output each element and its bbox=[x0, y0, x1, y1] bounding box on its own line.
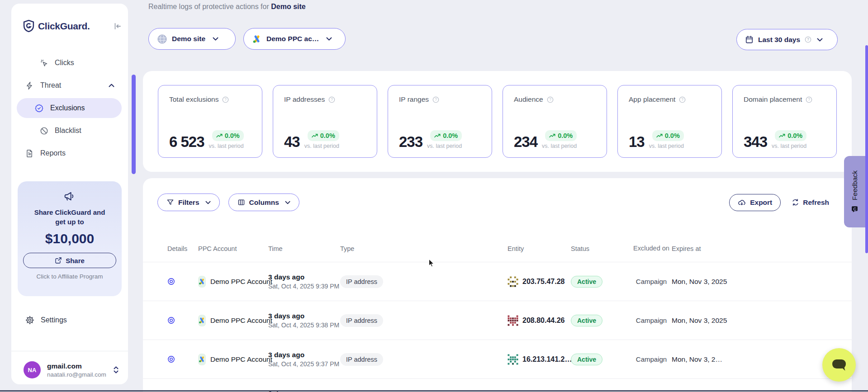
entity-value: 203.75.47.28 bbox=[522, 278, 564, 286]
help-icon[interactable]: ? bbox=[679, 96, 686, 103]
exclusions-table-card: Filters Columns Export bbox=[143, 178, 852, 392]
stat-card: App placement ? 13 0.0% vs. last period bbox=[617, 85, 722, 158]
avatar: NA bbox=[24, 361, 41, 378]
svg-text:?: ? bbox=[331, 97, 333, 102]
trend-up-icon bbox=[312, 133, 318, 138]
ppc-account-name: Demo PPC Account bbox=[210, 278, 272, 286]
table-row: Demo PPC Account 3 days ago Sat, Oct 4, … bbox=[143, 301, 852, 340]
table-toolbar: Filters Columns Export bbox=[157, 194, 829, 211]
sidebar-item-exclusions[interactable]: Exclusions bbox=[17, 98, 122, 118]
date-range-selector[interactable]: Last 30 days ? bbox=[736, 29, 838, 50]
help-icon[interactable]: ? bbox=[432, 96, 439, 103]
column-header-details: Details bbox=[167, 245, 198, 252]
collapse-sidebar-icon[interactable] bbox=[114, 23, 122, 30]
promo-amount: $10,000 bbox=[18, 231, 122, 246]
share-button[interactable]: Share bbox=[23, 253, 116, 268]
date-range-value: Last 30 days bbox=[758, 36, 800, 44]
mouse-cursor bbox=[427, 259, 436, 268]
sidebar-item-clicks[interactable]: Clicks bbox=[11, 52, 128, 74]
stat-value: 13 bbox=[629, 134, 645, 149]
page-subtitle: Realtime logs of protective actions for … bbox=[148, 3, 306, 11]
file-text-icon bbox=[25, 149, 34, 158]
view-details-icon[interactable] bbox=[167, 316, 175, 324]
stat-value: 343 bbox=[744, 134, 767, 149]
entity-identicon bbox=[508, 354, 518, 365]
stat-label: Audience bbox=[514, 95, 543, 104]
time-absolute: Sat, Oct 4, 2025 9:39 PM bbox=[268, 283, 339, 290]
sidebar-item-blacklist[interactable]: Blacklist bbox=[11, 119, 128, 142]
account-switcher[interactable]: NA gmail.com naatali.ro@gmail.com bbox=[11, 356, 128, 383]
expires-at-value: Mon, Nov 3, 2… bbox=[672, 355, 722, 364]
trend-value: 0.0% bbox=[665, 132, 680, 139]
sidebar-item-label: Exclusions bbox=[50, 104, 85, 112]
trend-badge: 0.0% bbox=[545, 130, 577, 141]
help-icon[interactable]: ? bbox=[222, 96, 229, 103]
trend-value: 0.0% bbox=[443, 132, 458, 139]
view-details-icon[interactable] bbox=[167, 278, 175, 285]
svg-text:?: ? bbox=[807, 37, 809, 42]
site-selector-value: Demo site bbox=[172, 35, 205, 43]
stat-card: Audience ? 234 0.0% vs. last period bbox=[503, 85, 607, 158]
trend-badge: 0.0% bbox=[775, 130, 806, 141]
entity-identicon bbox=[508, 276, 518, 287]
entity-value: 208.80.44.26 bbox=[522, 316, 564, 325]
google-ads-icon bbox=[198, 315, 206, 326]
columns-button-label: Columns bbox=[249, 198, 279, 207]
time-relative: 3 days ago bbox=[268, 273, 304, 281]
filters-button[interactable]: Filters bbox=[157, 194, 220, 211]
columns-button[interactable]: Columns bbox=[228, 194, 299, 211]
affiliate-promo-card[interactable]: Share ClickGuard and get up to $10,000 S… bbox=[18, 181, 122, 296]
sidebar-item-threat[interactable]: Threat bbox=[11, 74, 128, 97]
feedback-chat-icon bbox=[851, 205, 859, 213]
site-selector[interactable]: Demo site bbox=[148, 28, 236, 50]
ppc-account-selector[interactable]: Demo PPC ac… bbox=[243, 28, 346, 50]
ban-icon bbox=[40, 127, 48, 135]
settings-label: Settings bbox=[41, 316, 67, 324]
cursor-click-icon bbox=[40, 59, 48, 67]
ppc-account-name: Demo PPC Account bbox=[210, 316, 272, 325]
share-button-label: Share bbox=[66, 257, 85, 264]
google-ads-icon bbox=[198, 276, 206, 288]
chevron-down-icon bbox=[285, 201, 290, 204]
trend-up-icon bbox=[434, 133, 441, 138]
chevron-up-icon[interactable] bbox=[109, 84, 114, 87]
megaphone-icon bbox=[64, 190, 76, 202]
column-header-excluded-on: Excluded on bbox=[631, 244, 672, 253]
help-icon[interactable]: ? bbox=[547, 96, 554, 103]
stat-caption: vs. last period bbox=[427, 143, 462, 149]
page-scrollbar[interactable] bbox=[865, 45, 868, 253]
status-badge: Active bbox=[571, 315, 602, 326]
sidebar: ClickGuard. Clicks Threat bbox=[11, 4, 128, 384]
sidebar-item-settings[interactable]: Settings bbox=[11, 310, 128, 330]
status-badge: Active bbox=[571, 354, 602, 365]
sidebar-item-label: Reports bbox=[40, 149, 66, 157]
chevron-down-icon bbox=[205, 201, 211, 204]
refresh-button[interactable]: Refresh bbox=[792, 198, 829, 207]
sidebar-item-reports[interactable]: Reports bbox=[11, 142, 128, 165]
help-icon[interactable]: ? bbox=[806, 96, 812, 103]
stat-label: App placement bbox=[629, 95, 675, 104]
time-absolute: Sat, Oct 4, 2025 9:38 PM bbox=[268, 321, 339, 329]
help-icon[interactable]: ? bbox=[328, 96, 335, 103]
svg-text:?: ? bbox=[549, 97, 551, 102]
feedback-tab[interactable]: Feedback bbox=[844, 156, 865, 227]
sidebar-scrollbar[interactable] bbox=[132, 75, 136, 174]
export-button[interactable]: Export bbox=[729, 194, 781, 211]
trend-up-icon bbox=[216, 133, 223, 138]
chat-launcher-button[interactable] bbox=[822, 348, 856, 382]
status-badge: Active bbox=[571, 276, 602, 288]
stat-caption: vs. last period bbox=[209, 143, 244, 149]
stat-label: IP addresses bbox=[284, 95, 325, 104]
view-details-icon[interactable] bbox=[167, 355, 175, 363]
stat-caption: vs. last period bbox=[649, 143, 684, 149]
brand-title: ClickGuard. bbox=[38, 21, 90, 32]
column-header-time: Time bbox=[268, 245, 340, 252]
svg-text:?: ? bbox=[225, 97, 227, 102]
expires-at-value: Mon, Nov 3, 2025 bbox=[672, 278, 727, 286]
chat-bubble-icon bbox=[831, 358, 847, 372]
help-icon[interactable]: ? bbox=[805, 36, 811, 43]
gear-icon bbox=[25, 316, 34, 325]
stat-caption: vs. last period bbox=[542, 143, 577, 149]
account-email: naatali.ro@gmail.com bbox=[47, 371, 106, 378]
globe-icon bbox=[157, 34, 167, 44]
